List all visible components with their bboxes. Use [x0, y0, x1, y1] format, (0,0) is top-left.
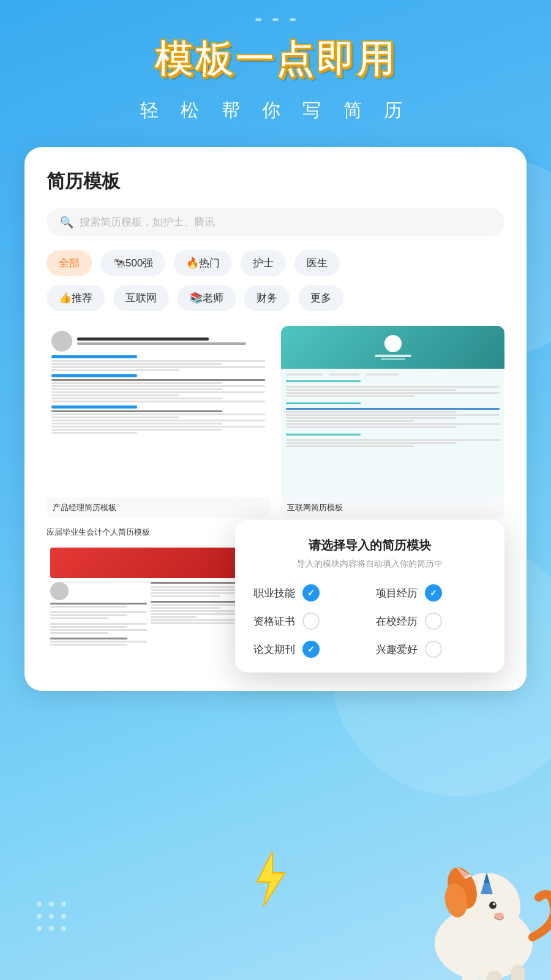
tag-teacher[interactable]: 📚老师 — [178, 285, 236, 311]
search-placeholder: 搜索简历模板，如护士、腾讯 — [80, 215, 215, 229]
text-line — [51, 429, 222, 431]
tag-more[interactable]: 更多 — [298, 285, 343, 311]
option-project[interactable]: 项目经历 — [376, 584, 486, 601]
resume-card-1[interactable]: 产品经理简历模板 — [47, 326, 270, 518]
name-lines — [77, 337, 265, 345]
text-line — [286, 386, 500, 388]
tag-all[interactable]: 全部 — [47, 250, 92, 276]
resume-card-label-1: 产品经理简历模板 — [47, 497, 270, 518]
text-line — [51, 423, 222, 424]
text-line — [286, 411, 457, 413]
tag-recommend[interactable]: 👍推荐 — [47, 285, 105, 311]
unicorn-mascot — [392, 827, 551, 980]
lightning-icon — [251, 851, 288, 907]
text-line — [51, 379, 265, 381]
option-label-school: 在校经历 — [376, 614, 418, 628]
tag-doctor[interactable]: 医生 — [294, 250, 340, 276]
text-line — [286, 426, 457, 428]
search-bar[interactable]: 🔍 搜索简历模板，如护士、腾讯 — [47, 208, 504, 236]
section-2 — [51, 374, 265, 402]
text-line — [51, 360, 265, 362]
text-line — [50, 632, 108, 634]
text-line — [51, 388, 222, 390]
main-title: 模板一点即用 — [0, 34, 551, 85]
option-cert[interactable]: 资格证书 — [253, 612, 364, 630]
avatar — [51, 331, 72, 352]
teal-header — [281, 326, 504, 369]
checkbox-project[interactable] — [425, 584, 442, 601]
text-line — [50, 617, 108, 619]
checkbox-school[interactable] — [425, 612, 442, 630]
checkbox-hobby[interactable] — [425, 641, 442, 658]
resume-preview-2 — [281, 326, 504, 497]
dot — [37, 926, 42, 931]
text-line — [286, 423, 500, 425]
option-paper[interactable]: 论文期刊 — [253, 641, 364, 658]
text-line — [151, 622, 243, 624]
text-line — [50, 623, 147, 625]
text-line — [286, 408, 500, 410]
resume-card-2[interactable]: 互联网简历模板 — [281, 326, 504, 518]
text-line — [286, 414, 500, 416]
tag-hot[interactable]: 🔥热门 — [174, 250, 232, 276]
section-1 — [51, 355, 265, 371]
text-line — [50, 638, 127, 639]
tag-nurse[interactable]: 护士 — [241, 250, 286, 276]
text-line — [286, 392, 500, 394]
subtitle: 轻 松 帮 你 写 简 历 — [0, 98, 551, 123]
dot — [61, 902, 66, 907]
name-line-main — [77, 337, 209, 341]
tag-finance[interactable]: 财务 — [244, 285, 290, 311]
option-skills[interactable]: 职业技能 — [253, 584, 364, 601]
section-title — [51, 374, 137, 377]
svg-point-5 — [489, 902, 497, 909]
text-line — [151, 607, 220, 609]
option-label-project: 项目经历 — [376, 586, 418, 600]
dot — [37, 914, 42, 919]
dot — [37, 902, 42, 907]
section-bar — [286, 402, 361, 404]
section-title — [51, 405, 137, 409]
teal-body — [281, 369, 504, 455]
text-line — [286, 442, 457, 444]
text-line — [51, 366, 265, 368]
text-line — [50, 614, 127, 616]
text-line — [51, 401, 265, 402]
dot — [61, 914, 66, 919]
option-hobby[interactable]: 兴趣爱好 — [376, 641, 486, 658]
checkbox-skills[interactable] — [302, 584, 320, 601]
filter-tags-row1: 全部 🐄500强 🔥热门 护士 医生 — [47, 250, 504, 276]
dot — [61, 926, 66, 931]
option-label-hobby: 兴趣爱好 — [376, 643, 418, 657]
main-card: 简历模板 🔍 搜索简历模板，如护士、腾讯 全部 🐄500强 🔥热门 护士 医生 … — [24, 147, 527, 691]
text-line — [51, 420, 265, 421]
svg-marker-0 — [257, 851, 285, 907]
text-line — [51, 413, 265, 415]
resume-header — [51, 331, 265, 352]
red-bar — [50, 548, 266, 578]
text-line — [50, 603, 147, 605]
text-line — [51, 417, 179, 418]
top-dots — [255, 18, 296, 21]
modal-subtitle: 导入的模块内容将自动填入你的简历中 — [253, 559, 486, 570]
teal-avatar — [384, 335, 402, 352]
resume-card-label-2: 互联网简历模板 — [281, 497, 504, 518]
top-dot-1 — [255, 18, 261, 21]
text-line — [286, 395, 414, 397]
modal-options: 职业技能 项目经历 资格证书 在校经历 — [253, 584, 486, 658]
checkbox-paper[interactable] — [302, 641, 320, 658]
option-school[interactable]: 在校经历 — [376, 612, 486, 630]
text-line — [51, 369, 179, 371]
text-line — [50, 606, 127, 608]
text-line — [51, 426, 265, 428]
tag-internet[interactable]: 互联网 — [113, 285, 169, 311]
text-line — [51, 410, 222, 412]
dot — [49, 902, 54, 907]
text-line — [151, 601, 243, 603]
checkbox-cert[interactable] — [302, 612, 320, 630]
tag-fortune500[interactable]: 🐄500强 — [100, 250, 165, 276]
teal-name — [375, 355, 411, 357]
filter-tags-row2: 👍推荐 互联网 📚老师 财务 更多 — [47, 285, 504, 311]
text-line — [51, 394, 179, 396]
text-line — [286, 420, 414, 422]
